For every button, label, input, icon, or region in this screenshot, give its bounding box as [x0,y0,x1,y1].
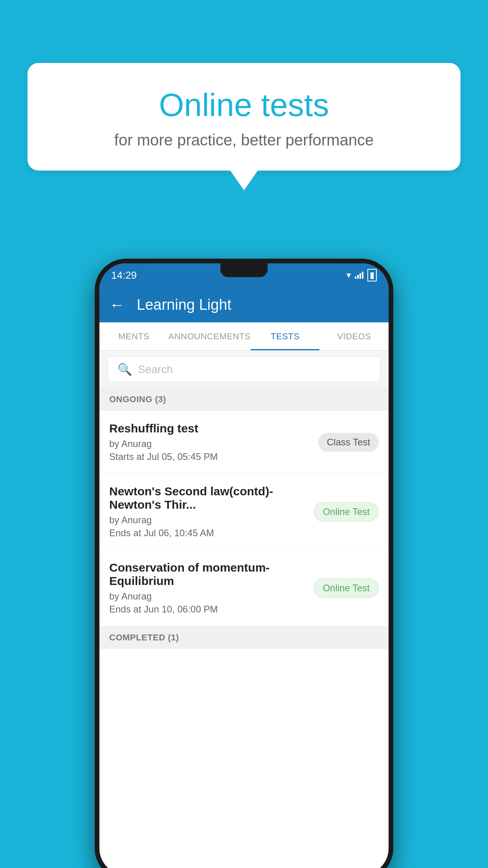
search-placeholder: Search [138,363,173,376]
test-list: Reshuffling test by Anurag Starts at Jul… [99,411,389,626]
wifi-icon: ▾ [347,270,351,280]
promo-section: Online tests for more practice, better p… [28,63,460,190]
signal-icon [355,272,363,279]
test-time-3: Ends at Jun 10, 06:00 PM [109,604,306,615]
test-author-2: by Anurag [109,515,306,526]
test-badge-2: Online Test [314,502,379,522]
tab-videos[interactable]: VIDEOS [319,322,389,350]
speech-bubble-pointer [230,171,258,190]
test-info-2: Newton's Second law(contd)-Newton's Thir… [109,485,306,539]
notch [220,263,268,277]
test-badge-1: Class Test [318,433,379,452]
phone-screen: 14:29 ▾ ▮ ← Learning Light [99,263,389,868]
search-icon: 🔍 [117,362,132,376]
test-time-1: Starts at Jul 05, 05:45 PM [109,451,310,462]
tabs-bar: MENTS ANNOUNCEMENTS TESTS VIDEOS [99,322,389,351]
battery-icon: ▮ [367,269,377,281]
test-name-2: Newton's Second law(contd)-Newton's Thir… [109,485,306,511]
promo-title: Online tests [59,86,429,123]
ongoing-section-header: ONGOING (3) [99,388,389,411]
test-info-1: Reshuffling test by Anurag Starts at Jul… [109,422,310,462]
test-item-2[interactable]: Newton's Second law(contd)-Newton's Thir… [99,474,389,550]
app-bar-title: Learning Light [137,296,231,313]
status-time: 14:29 [111,269,137,281]
tab-tests[interactable]: TESTS [251,322,320,350]
search-container: 🔍 Search [99,351,389,388]
test-badge-3: Online Test [314,578,379,598]
tab-announcements[interactable]: ANNOUNCEMENTS [169,322,251,350]
tab-ments[interactable]: MENTS [99,322,169,350]
test-item-1[interactable]: Reshuffling test by Anurag Starts at Jul… [99,411,389,474]
back-button[interactable]: ← [109,296,125,314]
test-time-2: Ends at Jul 06, 10:45 AM [109,528,306,539]
test-info-3: Conservation of momentum-Equilibrium by … [109,561,306,615]
test-name-3: Conservation of momentum-Equilibrium [109,561,306,588]
test-item-3[interactable]: Conservation of momentum-Equilibrium by … [99,550,389,626]
test-name-1: Reshuffling test [109,422,310,435]
speech-bubble: Online tests for more practice, better p… [28,63,460,171]
test-author-3: by Anurag [109,591,306,602]
status-icons: ▾ ▮ [347,269,377,281]
phone-frame: 14:29 ▾ ▮ ← Learning Light [95,259,393,868]
test-author-1: by Anurag [109,438,310,449]
search-bar[interactable]: 🔍 Search [107,357,381,382]
status-bar: 14:29 ▾ ▮ [99,263,389,287]
completed-section-header: COMPLETED (1) [99,626,389,649]
app-bar: ← Learning Light [99,287,389,322]
promo-subtitle: for more practice, better performance [59,131,429,149]
